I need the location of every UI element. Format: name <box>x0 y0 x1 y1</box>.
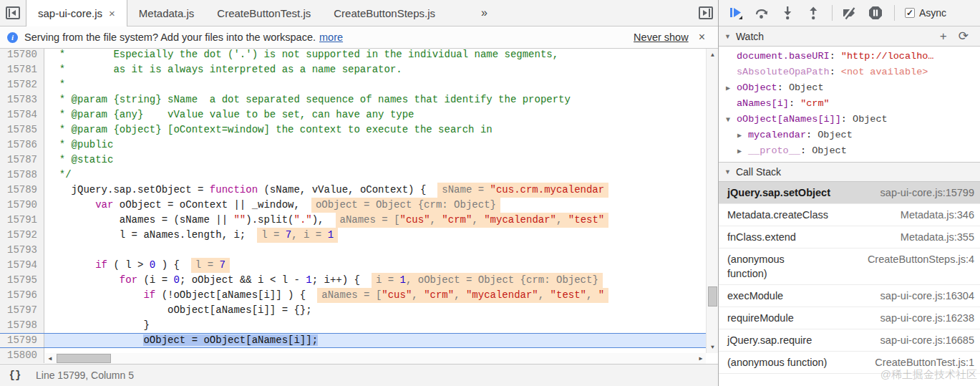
add-watch-button[interactable]: + <box>934 29 953 44</box>
line-number[interactable]: 15782 <box>0 77 44 92</box>
code-line[interactable]: 15781 * as it is always interpreted as a… <box>0 62 718 77</box>
show-drawer-button[interactable] <box>694 0 718 26</box>
collapsed-triangle-icon[interactable]: ▶ <box>726 81 737 96</box>
line-number[interactable]: 15798 <box>0 318 44 333</box>
code-line[interactable]: 15798 } <box>0 318 718 333</box>
vertical-scrollbar-thumb[interactable] <box>708 286 717 307</box>
code-line[interactable]: 15797 oObject[aNames[i]] = {}; <box>0 303 718 318</box>
collapsed-triangle-icon[interactable]: ▶ <box>737 128 748 143</box>
line-number[interactable]: 15792 <box>0 228 44 243</box>
code-token: oObject = oContext || _window, <box>113 199 299 211</box>
line-number[interactable]: 15791 <box>0 213 44 228</box>
line-number[interactable]: 15780 <box>0 49 44 62</box>
line-number[interactable]: 15781 <box>0 62 44 77</box>
line-number[interactable]: 15797 <box>0 303 44 318</box>
horizontal-scrollbar[interactable]: ◀ ▶ <box>45 353 706 364</box>
async-checkbox-wrap[interactable]: ✓ Async <box>905 7 946 19</box>
code-line[interactable]: 15784 * @param {any} vValue value to be … <box>0 107 718 122</box>
tab-sap-ui-core-js[interactable]: sap-ui-core.js× <box>26 0 127 26</box>
watch-item[interactable]: ▶__proto__: Object <box>719 143 980 159</box>
line-number[interactable]: 15800 <box>0 348 44 363</box>
code-line[interactable]: 15787 * @static <box>0 153 718 168</box>
hide-navigator-button[interactable] <box>0 0 26 26</box>
line-number[interactable]: 15795 <box>0 273 44 288</box>
horizontal-scrollbar-thumb[interactable] <box>57 354 111 363</box>
code-line[interactable]: 15791 aNames = (sName || "").split("."),… <box>0 213 718 228</box>
call-stack-frame[interactable]: jQuery.sap.setObjectsap-ui-core.js:15799 <box>719 182 980 204</box>
code-line[interactable]: 15796 if (!oObject[aNames[i]] ) {aNames … <box>0 288 718 303</box>
watch-colon: : <box>830 51 841 62</box>
code-line[interactable]: 15789 jQuery.sap.setObject = function (s… <box>0 183 718 198</box>
infobar-close-icon[interactable]: × <box>699 31 705 44</box>
watch-item[interactable]: sAbsoluteOpaPath: <not available> <box>719 64 980 80</box>
code-editor[interactable]: 15780 * Especially the dot ('.') is not … <box>0 49 718 364</box>
call-stack-section-header[interactable]: ▼ Call Stack <box>719 162 980 182</box>
deactivate-breakpoints-icon <box>842 6 858 20</box>
line-number[interactable]: 15786 <box>0 137 44 153</box>
watch-item[interactable]: document.baseURI: "http://localho… <box>719 49 980 64</box>
never-show-link[interactable]: Never show <box>634 32 689 43</box>
code-line[interactable]: 15782 * <box>0 77 718 92</box>
step-out-button[interactable] <box>805 4 822 21</box>
collapsed-triangle-icon[interactable]: ▶ <box>737 144 748 159</box>
call-stack-frame[interactable]: (anonymous function)CreateButtonTest.js:… <box>719 352 980 374</box>
watch-section-header[interactable]: ▼ Watch + ⟳ <box>719 26 980 47</box>
line-number[interactable]: 15785 <box>0 122 44 137</box>
execution-line[interactable]: 15799 oObject = oObject[aNames[i]]; <box>0 333 718 348</box>
line-number[interactable]: 15784 <box>0 107 44 122</box>
code-line[interactable]: 15783 * @param {string} sName a dot sepa… <box>0 92 718 107</box>
vertical-scrollbar[interactable]: ▲ ▼ <box>706 49 718 353</box>
frame-function-name: (anonymous function) <box>727 355 827 370</box>
call-stack-frame[interactable]: Metadata.createClassMetadata.js:346 <box>719 204 980 226</box>
scroll-down-arrow-icon[interactable]: ▼ <box>707 342 718 352</box>
code-line[interactable]: 15795 for (i = 0; oObject && i < l - 1; … <box>0 273 718 288</box>
close-tab-icon[interactable]: × <box>109 7 115 19</box>
infobar-more-link[interactable]: more <box>319 32 343 43</box>
code-line[interactable]: 15788 */ <box>0 168 718 183</box>
resume-button[interactable] <box>727 4 744 21</box>
code-line[interactable]: 15786 * @public <box>0 137 718 153</box>
call-stack-frame[interactable]: execModulesap-ui-core.js:16304 <box>719 285 980 307</box>
code-line[interactable]: 15793 <box>0 243 718 258</box>
line-number[interactable]: 15790 <box>0 198 44 213</box>
watch-item[interactable]: ▶oObject: Object <box>719 80 980 96</box>
expanded-triangle-icon[interactable]: ▼ <box>726 112 737 127</box>
code-line[interactable]: 15794 if ( l > 0 ) {l = 7 <box>0 258 718 273</box>
scroll-left-arrow-icon[interactable]: ◀ <box>45 353 55 364</box>
call-stack-frame[interactable]: jQuery.sap.requiresap-ui-core.js:16685 <box>719 329 980 352</box>
code-line[interactable]: 15792 l = aNames.length, i;l = 7, i = 1 <box>0 228 718 243</box>
code-line[interactable]: 15790 var oObject = oContext || _window,… <box>0 198 718 213</box>
line-number[interactable]: 15793 <box>0 243 44 258</box>
tab-overflow-chevron[interactable]: » <box>474 0 495 26</box>
pretty-print-button[interactable]: {} <box>0 365 30 386</box>
watch-item[interactable]: ▼oObject[aNames[i]]: Object <box>719 112 980 127</box>
refresh-watch-button[interactable]: ⟳ <box>953 29 974 44</box>
code-line[interactable]: 15785 * @param {object} [oContext=window… <box>0 122 718 137</box>
step-into-button[interactable] <box>779 4 796 21</box>
tab-createbuttonsteps-js[interactable]: CreateButtonSteps.js <box>322 0 447 26</box>
watch-item[interactable]: ▶mycalendar: Object <box>719 127 980 143</box>
deactivate-breakpoints-button[interactable] <box>841 4 858 21</box>
watch-item[interactable]: aNames[i]: "crm" <box>719 96 980 112</box>
line-number[interactable]: 15788 <box>0 168 44 183</box>
watch-colon: : <box>841 114 853 125</box>
line-number[interactable]: 15796 <box>0 288 44 303</box>
line-number[interactable]: 15799 <box>0 334 44 347</box>
step-over-button[interactable] <box>753 4 770 21</box>
tab-metadata-js[interactable]: Metadata.js <box>127 0 206 26</box>
badge-token: "test" <box>568 214 604 226</box>
call-stack-frame[interactable]: (anonymous function)CreateButtonSteps.js… <box>719 249 980 285</box>
frame-function-name: fnClass.extend <box>727 230 796 244</box>
tab-createbuttontest-js[interactable]: CreateButtonTest.js <box>205 0 322 26</box>
pause-on-exceptions-button[interactable] <box>867 4 884 21</box>
line-number[interactable]: 15794 <box>0 258 44 273</box>
call-stack-frame[interactable]: requireModulesap-ui-core.js:16238 <box>719 307 980 329</box>
line-number[interactable]: 15787 <box>0 153 44 168</box>
code-line[interactable]: 15780 * Especially the dot ('.') is not … <box>0 49 718 62</box>
async-checkbox[interactable]: ✓ <box>905 8 915 18</box>
line-number[interactable]: 15789 <box>0 183 44 198</box>
call-stack-frame[interactable]: fnClass.extendMetadata.js:355 <box>719 226 980 249</box>
line-number[interactable]: 15783 <box>0 92 44 107</box>
scroll-up-arrow-icon[interactable]: ▲ <box>707 49 718 60</box>
scroll-right-arrow-icon[interactable]: ▶ <box>696 353 706 364</box>
